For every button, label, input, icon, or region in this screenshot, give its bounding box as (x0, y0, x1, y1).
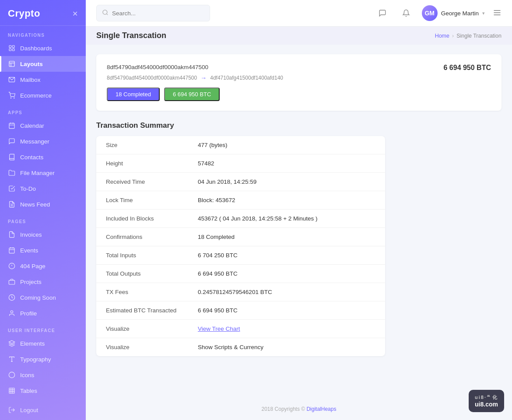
sidebar-item-404[interactable]: 404 Page (0, 258, 86, 274)
sidebar-item-todo[interactable]: To-Do (0, 181, 86, 196)
close-icon[interactable]: ✕ (72, 10, 78, 18)
sidebar-item-label: Dashboards (20, 45, 52, 52)
sidebar-item-profile[interactable]: Profile (0, 305, 86, 321)
view-tree-chart-link[interactable]: View Tree Chart (198, 326, 240, 332)
summary-value: Block: 453672 (198, 197, 235, 203)
avatar: GM (422, 5, 438, 21)
summary-table: Size 477 (bytes) Height 57482 Received T… (96, 136, 385, 356)
tx-btc-amount: 6 694 950 BTC (443, 64, 491, 72)
summary-label: Included In Blocks (106, 215, 198, 222)
sidebar-item-news-feed[interactable]: News Feed (0, 196, 86, 212)
summary-value: 453672 ( 04 Jun 2018, 14:25:58 + 2 Minut… (198, 215, 318, 222)
sidebar-section-label: APPS (0, 103, 86, 118)
table-row: TX Fees 0.24578124579546201 BTC (96, 283, 385, 301)
messages-button[interactable] (375, 5, 390, 21)
clock-icon (8, 294, 16, 301)
table-row: Visualize View Tree Chart (96, 320, 385, 338)
sidebar-item-label: Events (20, 247, 38, 254)
sidebar-header: Crypto ✕ (0, 0, 86, 26)
layers-icon (8, 340, 16, 347)
sidebar-item-events[interactable]: Events (0, 242, 86, 258)
summary-value: 6 694 950 BTC (198, 270, 238, 277)
sidebar-item-projects[interactable]: Projects (0, 274, 86, 290)
breadcrumb: Home › Single Transcation (435, 33, 501, 39)
user-icon (8, 309, 16, 317)
svg-rect-2 (9, 49, 11, 51)
sidebar-item-ecommerce[interactable]: Ecommerce (0, 88, 86, 103)
calendar-icon (8, 122, 16, 130)
sidebar-item-label: Profile (20, 310, 37, 317)
summary-label: Received Time (106, 178, 198, 185)
search-input[interactable] (112, 10, 204, 17)
sidebar-item-file-manager[interactable]: File Manager (0, 165, 86, 181)
sidebar-section-ui: USER INTERFACE Elements Typography Icons… (0, 321, 86, 399)
sidebar-item-calendar[interactable]: Calendar (0, 118, 86, 133)
sidebar-item-tables[interactable]: Tables (0, 383, 86, 399)
footer-text: 2018 Copyrights © (262, 406, 307, 412)
layout-icon (8, 60, 16, 68)
breadcrumb-separator: › (452, 33, 454, 39)
summary-value: 04 Jun 2018, 14:25:59 (198, 178, 256, 185)
breadcrumb-current: Single Transcation (456, 33, 501, 39)
sidebar-item-label: Layouts (20, 61, 43, 67)
table-row: Total Inputs 6 704 250 BTC (96, 246, 385, 265)
sidebar-item-mailbox[interactable]: Mailbox (0, 72, 86, 88)
summary-value: 0.24578124579546201 BTC (198, 289, 272, 295)
summary-value: 18 Completed (198, 234, 235, 240)
logout-icon (8, 406, 16, 414)
sidebar-item-layouts[interactable]: Layouts (0, 56, 86, 72)
message-circle-icon (8, 137, 16, 145)
footer-link[interactable]: DigitalHeaps (306, 406, 336, 412)
tx-hash-main: 8df54790adf454000df0000akm447500 (107, 64, 208, 70)
sidebar-section-navigations: NAVIGATIONS Dashboards Layouts Mailbox E… (0, 26, 86, 103)
svg-rect-1 (12, 46, 14, 48)
svg-rect-16 (9, 248, 14, 253)
sidebar-section-label: USER INTERFACE (0, 321, 86, 336)
watermark: ui8·ᄊ化 ui8.com (469, 390, 504, 412)
breadcrumb-home[interactable]: Home (435, 33, 449, 39)
svg-point-29 (9, 372, 14, 378)
type-icon (8, 355, 16, 363)
completed-badge[interactable]: 18 Completed (107, 88, 160, 101)
summary-title: Transaction Summary (96, 121, 501, 130)
sidebar-item-label: 404 Page (20, 263, 46, 270)
file-icon (8, 231, 16, 238)
show-scripts-link: Show Scripts & Currency (198, 344, 263, 350)
sidebar-item-elements[interactable]: Elements (0, 336, 86, 351)
table-row: Confirmations 18 Completed (96, 228, 385, 246)
file-text-icon (8, 200, 16, 208)
sidebar-item-label: Projects (20, 279, 42, 285)
sidebar-item-label: Contacts (20, 154, 43, 161)
summary-label: Estimated BTC Transacted (106, 307, 198, 314)
table-row: Included In Blocks 453672 ( 04 Jun 2018,… (96, 210, 385, 228)
topbar: GM George Martin ▾ (86, 0, 512, 27)
notifications-button[interactable] (398, 5, 414, 21)
table-row: Lock Time Block: 453672 (96, 191, 385, 210)
summary-value: 477 (bytes) (198, 142, 228, 148)
menu-icon[interactable] (493, 8, 501, 18)
summary-label: Size (106, 142, 198, 148)
content: 8df54790adf454000df0000akm447500 6 694 9… (86, 45, 512, 398)
shopping-cart-icon (8, 91, 16, 99)
sidebar-item-coming-soon[interactable]: Coming Soon (0, 290, 86, 305)
btc-badge[interactable]: 6 694 950 BTC (164, 88, 220, 101)
summary-section: Transaction Summary Size 477 (bytes) Hei… (96, 121, 501, 356)
sidebar-item-label: Ecommerce (20, 92, 52, 99)
logout-button[interactable]: Logout (0, 400, 86, 420)
sidebar-item-typography[interactable]: Typography (0, 351, 86, 367)
svg-point-9 (14, 98, 14, 98)
alert-circle-icon (8, 262, 16, 270)
sidebar-item-dashboards[interactable]: Dashboards (0, 40, 86, 56)
sidebar-item-contacts[interactable]: Contacts (0, 149, 86, 165)
user-info[interactable]: GM George Martin ▾ (422, 5, 485, 21)
check-square-icon (8, 185, 16, 192)
sidebar-item-invoices[interactable]: Invoices (0, 227, 86, 242)
sidebar-logo: Crypto (8, 8, 40, 19)
sidebar-section-pages: PAGES Invoices Events 404 Page Projects (0, 212, 86, 321)
user-name: George Martin (441, 10, 479, 17)
summary-label: Confirmations (106, 234, 198, 240)
sidebar-item-icons[interactable]: Icons (0, 367, 86, 383)
summary-label: Total Inputs (106, 252, 198, 259)
sidebar-item-messanger[interactable]: Messanger (0, 133, 86, 149)
svg-point-8 (11, 98, 11, 98)
